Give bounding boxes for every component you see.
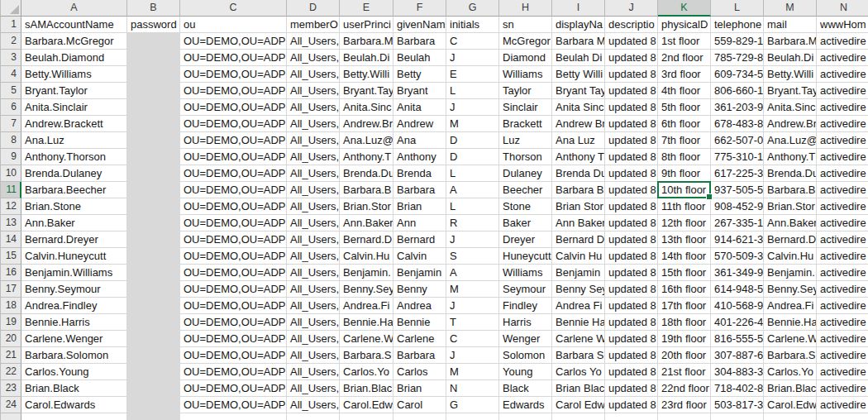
cell-D22[interactable]: All_Users, (287, 364, 340, 380)
column-header-C[interactable]: C (180, 0, 287, 17)
column-header-E[interactable]: E (340, 0, 393, 17)
cell-H25[interactable] (499, 413, 552, 420)
cell-B19[interactable] (127, 314, 180, 331)
cell-B17[interactable] (127, 281, 180, 298)
cell-H17[interactable]: Seymour (499, 281, 552, 298)
cell-C22[interactable]: OU=DEMO,OU=ADPR (180, 364, 287, 380)
cell-F20[interactable]: Carlene (393, 331, 446, 347)
cell-C13[interactable]: OU=DEMO,OU=ADPR (180, 215, 287, 231)
cell-F18[interactable]: Andrea (393, 298, 446, 314)
cell-L16[interactable]: 361-349-95 (711, 265, 764, 281)
cell-F11[interactable]: Barbara (393, 182, 446, 198)
cell-B4[interactable] (127, 66, 180, 83)
cell-H8[interactable]: Luz (499, 132, 552, 149)
cell-N12[interactable]: activedire (817, 198, 868, 215)
row-header-25[interactable] (0, 413, 21, 420)
cell-F23[interactable]: Brian (393, 380, 446, 397)
cell-C1[interactable]: ou (180, 17, 287, 33)
cell-J18[interactable]: updated 8 (605, 298, 658, 314)
cell-B8[interactable] (127, 132, 180, 149)
cell-L5[interactable]: 806-660-15 (711, 83, 764, 99)
cell-H11[interactable]: Beecher (499, 182, 552, 198)
cell-B22[interactable] (127, 364, 180, 380)
cell-B11[interactable] (127, 182, 180, 198)
cell-D5[interactable]: All_Users, (287, 83, 340, 99)
cell-E13[interactable]: Ann.Baker (340, 215, 393, 231)
cell-E10[interactable]: Brenda.Du (340, 165, 393, 182)
cell-I11[interactable]: Barbara B (552, 182, 605, 198)
row-header-19[interactable]: 19 (0, 314, 21, 331)
cell-A23[interactable]: Brian.Black (21, 380, 127, 397)
cell-A9[interactable]: Anthony.Thorson (21, 149, 127, 165)
cell-J6[interactable]: updated 8 (605, 99, 658, 116)
cell-K3[interactable]: 2nd floor (658, 50, 711, 66)
cell-E5[interactable]: Bryant.Tay (340, 83, 393, 99)
cell-K12[interactable]: 11th floor (658, 198, 711, 215)
cell-F4[interactable]: Betty (393, 66, 446, 83)
column-header-D[interactable]: D (287, 0, 340, 17)
cell-B25[interactable] (127, 413, 180, 420)
cell-B24[interactable] (127, 397, 180, 413)
cell-D2[interactable]: All_Users, (287, 33, 340, 50)
cell-N21[interactable]: activedire (817, 347, 868, 364)
cell-C2[interactable]: OU=DEMO,OU=ADPR (180, 33, 287, 50)
cell-D20[interactable]: All_Users, (287, 331, 340, 347)
cell-K25[interactable] (658, 413, 711, 420)
cell-C20[interactable]: OU=DEMO,OU=ADPR (180, 331, 287, 347)
cell-B2[interactable] (127, 33, 180, 50)
cell-B12[interactable] (127, 198, 180, 215)
cell-C6[interactable]: OU=DEMO,OU=ADPR (180, 99, 287, 116)
cell-A19[interactable]: Bennie.Harris (21, 314, 127, 331)
cell-I22[interactable]: Carlos Yo (552, 364, 605, 380)
cell-A1[interactable]: sAMAccountName (21, 17, 127, 33)
cell-N23[interactable]: activedire (817, 380, 868, 397)
cell-H4[interactable]: Williams (499, 66, 552, 83)
cell-N5[interactable]: activedire (817, 83, 868, 99)
cell-J10[interactable]: updated 8 (605, 165, 658, 182)
cell-A20[interactable]: Carlene.Wenger (21, 331, 127, 347)
cell-N22[interactable]: activedire (817, 364, 868, 380)
cell-E1[interactable]: userPrinci (340, 17, 393, 33)
cell-J17[interactable]: updated 8 (605, 281, 658, 298)
cell-D11[interactable]: All_Users, (287, 182, 340, 198)
cell-A4[interactable]: Betty.Williams (21, 66, 127, 83)
cell-B20[interactable] (127, 331, 180, 347)
cell-M13[interactable]: Ann.Baker (764, 215, 817, 231)
column-header-F[interactable]: F (393, 0, 446, 17)
cell-H5[interactable]: Taylor (499, 83, 552, 99)
cell-I2[interactable]: Barbara M (552, 33, 605, 50)
cell-N2[interactable]: activedire (817, 33, 868, 50)
cell-I5[interactable]: Bryant Tay (552, 83, 605, 99)
cell-M3[interactable]: Beulah.Di (764, 50, 817, 66)
cell-N25[interactable] (817, 413, 868, 420)
cell-D15[interactable]: All_Users, (287, 248, 340, 265)
row-header-1[interactable]: 1 (0, 17, 21, 33)
cell-C7[interactable]: OU=DEMO,OU=ADPR (180, 116, 287, 132)
row-header-7[interactable]: 7 (0, 116, 21, 132)
cell-H24[interactable]: Edwards (499, 397, 552, 413)
cell-L2[interactable]: 559-829-14 (711, 33, 764, 50)
cell-D12[interactable]: All_Users, (287, 198, 340, 215)
cell-L11[interactable]: 937-505-54 (711, 182, 764, 198)
cell-E4[interactable]: Betty.Willi (340, 66, 393, 83)
cell-B23[interactable] (127, 380, 180, 397)
cell-B16[interactable] (127, 265, 180, 281)
cell-G10[interactable]: L (446, 165, 499, 182)
row-header-2[interactable]: 2 (0, 33, 21, 50)
cell-M5[interactable]: Bryant.Tay (764, 83, 817, 99)
cell-N1[interactable]: wwwHom (817, 17, 868, 33)
cell-C8[interactable]: OU=DEMO,OU=ADPR (180, 132, 287, 149)
cell-E19[interactable]: Bennie.Ha (340, 314, 393, 331)
cell-J5[interactable]: updated 8 (605, 83, 658, 99)
cell-H15[interactable]: Huneycutt (499, 248, 552, 265)
cell-N17[interactable]: activedire (817, 281, 868, 298)
cell-N8[interactable]: activedire (817, 132, 868, 149)
cell-C5[interactable]: OU=DEMO,OU=ADPR (180, 83, 287, 99)
cell-L8[interactable]: 662-507-04 (711, 132, 764, 149)
cell-D24[interactable]: All_Users, (287, 397, 340, 413)
cell-J8[interactable]: updated 8 (605, 132, 658, 149)
cell-G25[interactable] (446, 413, 499, 420)
cell-J12[interactable]: updated 8 (605, 198, 658, 215)
cell-G23[interactable]: N (446, 380, 499, 397)
cell-G18[interactable]: J (446, 298, 499, 314)
